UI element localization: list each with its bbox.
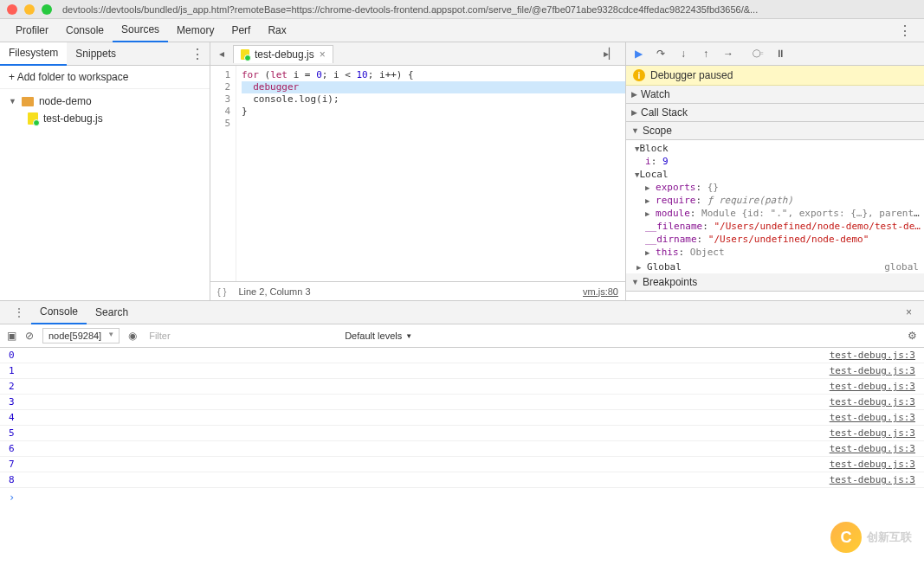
scope-variable[interactable]: ▶ exports: {} (635, 181, 924, 194)
code-line (242, 118, 625, 130)
tab-perf[interactable]: Perf (223, 19, 259, 42)
log-entry: 4test-debug.js:3 (0, 410, 924, 426)
log-source-link[interactable]: test-debug.js:3 (830, 443, 915, 454)
scope-group[interactable]: ▼Local (635, 168, 924, 181)
chevron-down-icon: ▼ (631, 126, 639, 135)
log-value: 3 (9, 396, 15, 408)
tab-console[interactable]: Console (57, 19, 113, 42)
log-source-link[interactable]: test-debug.js:3 (830, 427, 915, 439)
section-label: Call Stack (641, 106, 688, 119)
scope-global[interactable]: ▶ Global global (626, 260, 924, 273)
log-levels-select[interactable]: Default levels▼ (345, 331, 412, 341)
code-area[interactable]: 12345 for (let i = 0; i < 10; i++) { deb… (210, 66, 625, 281)
console-tab-console[interactable]: Console (31, 301, 87, 324)
global-label: Global (647, 261, 682, 273)
devtools-tabbar: ProfilerConsoleSourcesMemoryPerfRax ⋮ (0, 19, 924, 42)
step-out-icon[interactable]: ↑ (699, 47, 713, 61)
log-source-link[interactable]: test-debug.js:3 (830, 381, 915, 392)
log-entry: 5test-debug.js:3 (0, 426, 924, 441)
sidebar-tab-snippets[interactable]: Snippets (67, 42, 125, 66)
context-label: node[59284] (48, 331, 101, 341)
debugger-paused-banner: i Debugger paused (626, 66, 924, 86)
watermark-logo: C (830, 522, 862, 553)
global-value: global (884, 261, 919, 273)
tab-memory[interactable]: Memory (168, 19, 223, 42)
watch-section[interactable]: ▶Watch (626, 86, 924, 104)
scope-variable[interactable]: __dirname: "/Users/undefined/node-demo" (635, 233, 924, 246)
sidebar-toggle-icon[interactable]: ▣ (7, 330, 16, 342)
console-tab-search[interactable]: Search (87, 301, 137, 324)
step-over-icon[interactable]: ↷ (654, 47, 668, 61)
editor-tab-label: test-debug.js (255, 48, 314, 61)
cursor-position: Line 2, Column 3 (238, 286, 310, 297)
scope-variable[interactable]: ▶ require: ƒ require(path) (635, 194, 924, 207)
console-menu-icon[interactable]: ⋮ (7, 306, 31, 318)
console-prompt[interactable]: › (0, 488, 924, 507)
step-icon[interactable]: → (721, 47, 735, 61)
log-entry: 0test-debug.js:3 (0, 348, 924, 363)
tree-folder[interactable]: ▼ node-demo (0, 93, 210, 110)
eye-icon[interactable]: ◉ (128, 330, 137, 342)
folder-icon (22, 97, 34, 106)
log-entry: 7test-debug.js:3 (0, 457, 924, 472)
close-tab-icon[interactable]: × (320, 48, 326, 61)
scope-section[interactable]: ▼Scope (626, 122, 924, 140)
log-source-link[interactable]: test-debug.js:3 (830, 350, 915, 361)
log-value: 0 (9, 350, 15, 361)
tab-rax[interactable]: Rax (259, 19, 294, 42)
log-source-link[interactable]: test-debug.js:3 (830, 365, 915, 376)
log-source-link[interactable]: test-debug.js:3 (830, 459, 915, 470)
close-window-button[interactable] (7, 4, 17, 15)
console-toolbar: ▣ ⊘ node[59284] ◉ Default levels▼ ⚙ (0, 324, 924, 348)
scope-variable[interactable]: ▶ this: Object (635, 246, 924, 259)
code-line: debugger (242, 81, 625, 93)
sources-sidebar: FilesystemSnippets ⋮ + Add folder to wor… (0, 42, 210, 300)
log-source-link[interactable]: test-debug.js:3 (830, 474, 915, 485)
source-link[interactable]: vm.js:80 (583, 286, 618, 297)
scope-variable[interactable]: i: 9 (635, 155, 924, 168)
sidebar-tabs: FilesystemSnippets ⋮ (0, 42, 210, 66)
js-file-icon (28, 112, 38, 125)
resume-icon[interactable]: ▶ (631, 47, 645, 61)
code-editor: ◂ test-debug.js × ▸▏ 12345 for (let i = … (210, 42, 626, 300)
deactivate-breakpoints-icon[interactable]: ⧃ (751, 47, 765, 61)
more-menu-icon[interactable]: ⋮ (893, 22, 917, 39)
editor-tab[interactable]: test-debug.js × (233, 45, 333, 63)
clear-console-icon[interactable]: ⊘ (25, 330, 34, 342)
sidebar-tab-filesystem[interactable]: Filesystem (0, 42, 67, 66)
window-url: devtools://devtools/bundled/js_app.html?… (62, 4, 917, 15)
log-source-link[interactable]: test-debug.js:3 (830, 412, 915, 423)
maximize-window-button[interactable] (42, 4, 52, 15)
code-lines: for (let i = 0; i < 10; i++) { debugger … (236, 66, 625, 281)
chevron-right-icon: ▶ (631, 108, 637, 117)
close-drawer-icon[interactable]: × (901, 306, 917, 318)
braces-icon[interactable]: { } (217, 286, 226, 297)
tab-profiler[interactable]: Profiler (7, 19, 57, 42)
tree-file[interactable]: test-debug.js (0, 110, 210, 127)
add-folder-button[interactable]: + Add folder to workspace (0, 66, 210, 89)
scope-group[interactable]: ▼Block (635, 142, 924, 155)
log-entry: 3test-debug.js:3 (0, 395, 924, 410)
console-filter-input[interactable] (145, 329, 336, 343)
scope-variable[interactable]: ▶ module: Module {id: ".", exports: {…},… (635, 207, 924, 220)
log-entry: 6test-debug.js:3 (0, 441, 924, 457)
chevron-down-icon: ▼ (631, 278, 639, 286)
scope-variable[interactable]: __filename: "/Users/undefined/node-demo/… (635, 220, 924, 233)
step-into-icon[interactable]: ↓ (676, 47, 690, 61)
callstack-section[interactable]: ▶Call Stack (626, 104, 924, 122)
log-value: 8 (9, 474, 15, 485)
log-source-link[interactable]: test-debug.js:3 (830, 396, 915, 408)
pause-exceptions-icon[interactable]: ⏸ (773, 47, 787, 61)
editor-tabbar: ◂ test-debug.js × ▸▏ (210, 42, 625, 66)
gear-icon[interactable]: ⚙ (908, 330, 917, 342)
execution-context-select[interactable]: node[59284] (42, 328, 120, 343)
minimize-window-button[interactable] (24, 4, 35, 15)
sidebar-more-icon[interactable]: ⋮ (185, 46, 210, 62)
nav-back-icon[interactable]: ◂ (216, 48, 228, 60)
nav-forward-icon[interactable]: ▸▏ (600, 48, 620, 60)
log-value: 1 (9, 365, 15, 376)
section-label: Scope (643, 125, 672, 137)
tab-sources[interactable]: Sources (113, 19, 168, 42)
breakpoints-section[interactable]: ▼Breakpoints (626, 273, 924, 292)
watermark-text: 创新互联 (867, 530, 912, 545)
